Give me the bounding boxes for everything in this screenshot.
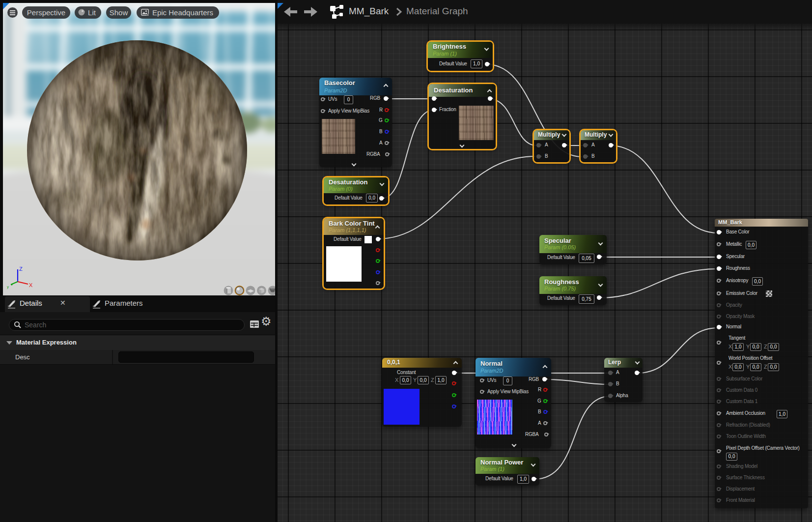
svg-text:y: y	[7, 285, 9, 289]
svg-text:X: X	[29, 282, 33, 288]
svg-text:Z: Z	[19, 266, 23, 272]
